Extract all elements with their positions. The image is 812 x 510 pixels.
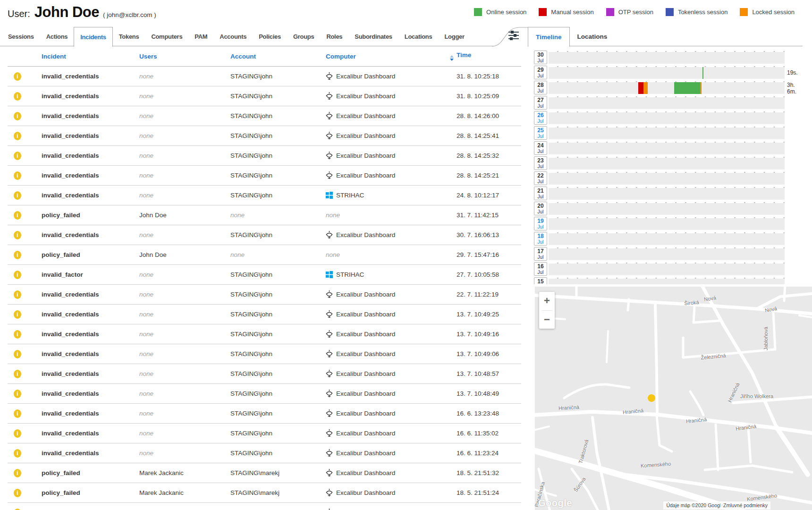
info-icon[interactable]: i: [14, 171, 21, 180]
timeline-day-15-jul[interactable]: 15Jul: [534, 277, 547, 284]
info-icon[interactable]: i: [14, 231, 21, 239]
tab-locations[interactable]: Locations: [398, 27, 439, 46]
incident-row[interactable]: iinvalid_credentialsnoneSTAGING\johnExca…: [8, 225, 521, 245]
timeline-day-17-jul[interactable]: 17Jul: [534, 247, 547, 261]
computer-name: Excalibur Dashboard: [336, 350, 395, 357]
zoom-out-button[interactable]: −: [539, 311, 555, 329]
day-month: Jul: [534, 73, 547, 78]
column-header-account[interactable]: Account: [230, 53, 326, 60]
info-icon[interactable]: i: [14, 191, 21, 200]
incident-row[interactable]: ipolicy_failedJohn Doenonenone31. 7. 11:…: [8, 205, 521, 225]
incident-computer: Excalibur Dashboard: [326, 409, 457, 417]
excalibur-dashboard-icon: [326, 489, 333, 497]
info-icon[interactable]: i: [14, 271, 21, 279]
tab-computers[interactable]: Computers: [145, 27, 188, 46]
timeline-day-21-jul[interactable]: 21Jul: [534, 187, 547, 200]
incident-type: invalid_credentials: [42, 390, 139, 397]
incident-row[interactable]: iinvalid_credentialsnoneSTAGING\johnExca…: [8, 146, 521, 166]
incident-row[interactable]: iinvalid_credentialsnoneSTAGING\johnExca…: [8, 86, 521, 106]
incident-row[interactable]: iinvalid_credentialsnoneSTAGING\johnExca…: [8, 126, 521, 146]
tab-roles[interactable]: Roles: [320, 27, 348, 46]
session-bar[interactable]: [643, 82, 648, 94]
timeline-day-22-jul[interactable]: 22Jul: [534, 171, 547, 185]
right-tab-locations[interactable]: Locations: [570, 27, 615, 46]
incident-row[interactable]: iinvalid_credentialsnoneSTAGING\johnExca…: [8, 384, 521, 404]
incident-row[interactable]: iinvalid_credentialsnoneSTAGING\johnSTRI…: [8, 186, 521, 205]
timeline-day-26-jul[interactable]: 26Jul: [534, 111, 547, 125]
excalibur-dashboard-icon: [326, 290, 333, 298]
session-bar[interactable]: [638, 82, 643, 94]
tab-subordinates[interactable]: Subordinates: [348, 27, 398, 46]
timeline-day-25-jul[interactable]: 25Jul: [534, 126, 547, 140]
column-header-users[interactable]: Users: [139, 53, 230, 60]
locations-map[interactable]: ŠirokáNováNováJabloňováŽelezničnáJiřího …: [535, 287, 812, 510]
timeline-day-19-jul[interactable]: 19Jul: [534, 217, 547, 230]
incident-row[interactable]: iinvalid_credentialsnoneSTAGING\johnExca…: [8, 324, 521, 344]
tab-groups[interactable]: Groups: [287, 27, 320, 46]
tab-pam[interactable]: PAM: [188, 27, 213, 46]
info-icon[interactable]: i: [14, 132, 21, 140]
timeline-day-27-jul[interactable]: 27Jul: [534, 96, 547, 110]
filter-icon[interactable]: [508, 29, 519, 42]
timeline-day-28-jul[interactable]: 28Jul: [534, 81, 547, 94]
incident-row[interactable]: iinvalid_credentialsnoneSTAGING\johnExca…: [8, 305, 521, 324]
tab-accounts[interactable]: Accounts: [213, 27, 253, 46]
incident-row[interactable]: ipolicy_failedMarek JackanicSTAGING\mare…: [8, 483, 521, 503]
tab-incidents[interactable]: Incidents: [74, 27, 112, 47]
incident-row[interactable]: iinvalid_credentialsnoneSTAGING\johnExca…: [8, 67, 521, 86]
incident-row[interactable]: iinvalid_credentialsnoneSTAGING\johnExca…: [8, 106, 521, 126]
column-header-time[interactable]: Time: [450, 51, 521, 61]
tab-tokens[interactable]: Tokens: [113, 27, 145, 46]
info-icon[interactable]: i: [14, 409, 21, 418]
map-terms-link[interactable]: Zmluvné podmienky: [720, 502, 770, 510]
incident-row[interactable]: iinvalid_credentialsnoneSTAGING\johnExca…: [8, 344, 521, 364]
info-icon[interactable]: i: [14, 152, 21, 160]
info-icon[interactable]: i: [14, 211, 21, 220]
info-icon[interactable]: i: [14, 290, 21, 299]
session-bar[interactable]: [674, 82, 700, 94]
incident-type: policy_failed: [42, 489, 139, 496]
incident-row[interactable]: iinvalid_credentialsnoneSTAGING\johnExca…: [8, 404, 521, 424]
info-icon[interactable]: i: [14, 72, 21, 81]
incident-row[interactable]: i: [8, 503, 521, 510]
timeline-day-29-jul[interactable]: 29Jul: [534, 66, 547, 79]
incident-row[interactable]: iinvalid_credentialsnoneSTAGING\johnExca…: [8, 285, 521, 305]
incident-row[interactable]: iinvalid_credentialsnoneSTAGING\johnExca…: [8, 443, 521, 463]
timeline-day-20-jul[interactable]: 20Jul: [534, 202, 547, 215]
info-icon[interactable]: i: [14, 449, 21, 458]
info-icon[interactable]: i: [14, 370, 21, 378]
info-icon[interactable]: i: [14, 92, 21, 101]
column-header-computer[interactable]: Computer: [326, 53, 457, 60]
session-bar[interactable]: [702, 67, 703, 79]
timeline-day-30-jul[interactable]: 30Jul: [534, 51, 547, 64]
tab-policies[interactable]: Policies: [253, 27, 287, 46]
incident-row[interactable]: ipolicy_failedJohn Doenonenone29. 7. 15:…: [8, 245, 521, 265]
info-icon[interactable]: i: [14, 489, 21, 497]
tab-logger[interactable]: Logger: [438, 27, 470, 46]
info-icon[interactable]: i: [14, 112, 21, 120]
tab-actions[interactable]: Actions: [40, 27, 74, 46]
timeline-day-24-jul[interactable]: 24Jul: [534, 141, 547, 155]
info-icon[interactable]: i: [14, 251, 21, 259]
info-icon[interactable]: i: [14, 330, 21, 339]
zoom-in-button[interactable]: +: [539, 292, 555, 310]
incident-row[interactable]: ipolicy_failedMarek JackanicSTAGING\mare…: [8, 463, 521, 483]
sort-icon[interactable]: [450, 55, 454, 61]
timeline-day-18-jul[interactable]: 18Jul: [534, 232, 547, 246]
tab-sessions[interactable]: Sessions: [2, 27, 40, 46]
timeline-day-16-jul[interactable]: 16Jul: [534, 262, 547, 276]
incident-row[interactable]: iinvalid_credentialsnoneSTAGING\johnExca…: [8, 364, 521, 384]
timeline-day-23-jul[interactable]: 23Jul: [534, 156, 547, 170]
right-tab-timeline[interactable]: Timeline: [528, 27, 570, 47]
info-icon[interactable]: i: [14, 390, 21, 398]
incident-row[interactable]: iinvalid_credentialsnoneSTAGING\johnExca…: [8, 424, 521, 443]
incident-row[interactable]: iinvalid_factornoneSTAGING\johnSTRIHAC27…: [8, 265, 521, 285]
info-icon[interactable]: i: [14, 469, 21, 477]
incident-row[interactable]: iinvalid_credentialsnoneSTAGING\johnExca…: [8, 166, 521, 186]
column-header-incident[interactable]: Incident: [42, 53, 139, 60]
info-icon[interactable]: i: [14, 429, 21, 438]
info-icon[interactable]: i: [14, 350, 21, 358]
map-location-marker[interactable]: [648, 394, 655, 402]
info-icon[interactable]: i: [14, 310, 21, 319]
session-bar[interactable]: [700, 82, 702, 94]
